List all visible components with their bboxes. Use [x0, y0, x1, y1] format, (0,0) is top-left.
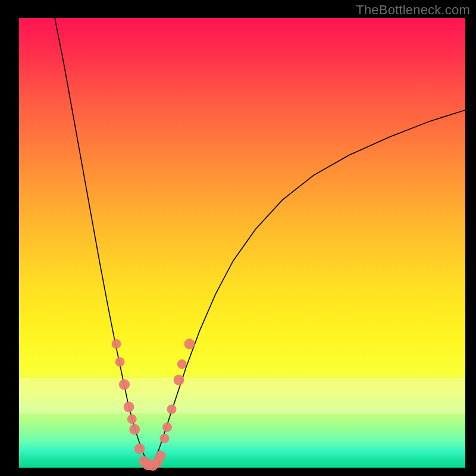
- data-point: [129, 424, 140, 435]
- curve-layer: [19, 18, 465, 468]
- points-group: [112, 339, 195, 471]
- curve-left-arm: [55, 18, 149, 465]
- data-point: [112, 339, 121, 349]
- data-point: [127, 414, 137, 424]
- data-point: [160, 434, 170, 443]
- watermark-text: TheBottleneck.com: [356, 2, 470, 18]
- data-point: [184, 339, 195, 349]
- chart-stage: TheBottleneck.com: [0, 0, 476, 476]
- data-point: [162, 422, 172, 432]
- data-point: [134, 443, 145, 454]
- data-point: [119, 379, 130, 390]
- data-point: [124, 402, 134, 412]
- data-point: [167, 405, 177, 414]
- curve-right-arm: [153, 110, 465, 465]
- data-point: [115, 357, 125, 367]
- data-point: [174, 375, 184, 386]
- data-point: [155, 450, 166, 461]
- data-point: [177, 359, 187, 369]
